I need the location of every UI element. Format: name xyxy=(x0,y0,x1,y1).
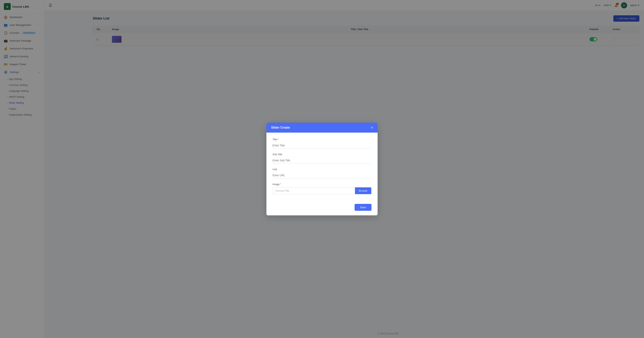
title-input[interactable] xyxy=(272,142,372,149)
browse-button[interactable]: Browse xyxy=(355,188,371,194)
image-label: Image* xyxy=(272,183,372,186)
link-label: Link xyxy=(272,168,372,171)
modal-footer: Save xyxy=(266,204,378,215)
modal-close-button[interactable]: × xyxy=(371,126,373,130)
subtitle-label: Sub Title xyxy=(272,153,372,156)
image-field-group: Image* Choose File Browse xyxy=(272,183,372,194)
subtitle-input[interactable] xyxy=(272,157,372,164)
title-field-group: Title* xyxy=(272,138,372,149)
save-button[interactable]: Save xyxy=(354,204,372,211)
file-placeholder-text: Choose File xyxy=(273,188,355,194)
subtitle-field-group: Sub Title xyxy=(272,153,372,164)
title-label: Title* xyxy=(272,138,372,141)
modal-title: Slider Create xyxy=(271,126,290,129)
title-required-star: * xyxy=(278,138,278,141)
modal-body: Title* Sub Title Link Image* Choose File… xyxy=(266,132,378,204)
file-input-row: Choose File Browse xyxy=(272,187,372,194)
slider-create-modal: Slider Create × Title* Sub Title Link Im… xyxy=(266,123,378,215)
modal-overlay[interactable]: Slider Create × Title* Sub Title Link Im… xyxy=(0,0,644,338)
link-field-group: Link xyxy=(272,168,372,178)
link-input[interactable] xyxy=(272,172,372,178)
image-required-star: * xyxy=(280,183,281,186)
modal-header: Slider Create × xyxy=(266,123,378,132)
